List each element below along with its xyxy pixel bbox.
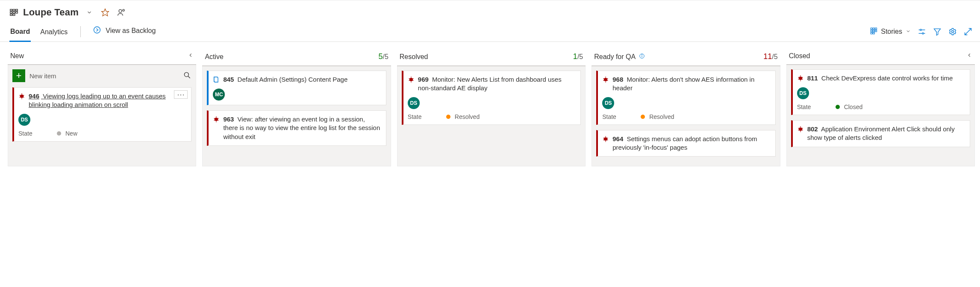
state-label: State (602, 113, 636, 120)
state-row: StateClosed (797, 104, 965, 110)
state-value: New (65, 130, 77, 137)
svg-line-63 (603, 138, 604, 138)
add-item-button[interactable]: + (12, 69, 25, 82)
filter-icon[interactable] (933, 27, 942, 36)
svg-point-28 (185, 72, 189, 77)
work-item-card[interactable]: 969 Monitor: New Alerts List from dashbo… (402, 71, 581, 125)
column-header: Closed (786, 52, 975, 65)
svg-rect-2 (16, 9, 18, 11)
fullscreen-icon[interactable] (964, 27, 972, 36)
svg-line-47 (412, 78, 413, 79)
card-title[interactable]: 969 Monitor: New Alerts List from dashbo… (418, 75, 575, 93)
svg-line-79 (798, 130, 799, 130)
bug-icon (602, 136, 609, 144)
svg-line-70 (798, 77, 799, 77)
bug-icon (797, 75, 804, 83)
svg-rect-12 (871, 28, 872, 30)
work-item-card[interactable]: 802 Application Environment Alert Click … (791, 120, 970, 147)
svg-point-23 (922, 33, 924, 34)
work-item-id: 802 (807, 125, 818, 133)
column-title: Closed (789, 52, 810, 60)
card-title[interactable]: 802 Application Environment Alert Click … (807, 125, 965, 142)
info-icon[interactable] (639, 53, 645, 61)
state-label: State (408, 113, 442, 120)
svg-rect-3 (10, 12, 12, 13)
settings-sliders-icon[interactable] (918, 27, 926, 36)
avatar[interactable]: MC (213, 89, 225, 101)
divider (80, 26, 81, 37)
svg-line-34 (20, 97, 21, 97)
collapse-column-icon[interactable] (966, 52, 972, 60)
svg-line-48 (409, 80, 409, 80)
svg-line-27 (965, 32, 968, 35)
column-title: Ready for QA (594, 53, 636, 61)
state-dot-icon (57, 131, 61, 136)
column-new: New+New item946 Viewing logs leading up … (8, 52, 196, 166)
column-active: Active5/5845 Default Admin (Settings) Co… (202, 52, 391, 166)
collapse-column-icon[interactable] (188, 52, 194, 60)
card-title[interactable]: 811 Check DevExpress date control works … (807, 74, 953, 83)
story-icon (213, 76, 220, 84)
svg-line-66 (607, 139, 608, 140)
card-title[interactable]: 963 View: after viewing an event log in … (223, 115, 380, 141)
card-more-menu[interactable]: ··· (174, 90, 188, 99)
svg-rect-5 (16, 12, 18, 13)
column-body: 969 Monitor: New Alerts List from dashbo… (397, 66, 586, 166)
svg-rect-19 (873, 33, 875, 34)
work-item-card[interactable]: 963 View: after viewing an event log in … (207, 110, 386, 146)
svg-rect-16 (873, 30, 875, 32)
svg-point-21 (920, 29, 921, 30)
card-title[interactable]: 946 Viewing logs leading up to an event … (29, 92, 186, 109)
arrow-circle-icon (93, 26, 101, 36)
state-dot-icon (641, 115, 645, 119)
state-label: State (797, 104, 831, 110)
svg-point-11 (94, 27, 100, 33)
svg-point-37 (215, 118, 218, 121)
column-closed: Closed811 Check DevExpress date control … (786, 52, 975, 166)
svg-point-53 (642, 54, 642, 55)
work-item-card[interactable]: 845 Default Admin (Settings) Content Pag… (207, 71, 386, 105)
card-title[interactable]: 968 Monitor: Alerts don't show AES infor… (612, 75, 770, 93)
avatar[interactable]: DS (18, 114, 30, 126)
avatar[interactable]: DS (408, 97, 420, 109)
svg-line-77 (798, 128, 799, 128)
team-name[interactable]: Loupe Team (23, 7, 79, 18)
work-item-id: 963 (223, 115, 234, 123)
svg-rect-1 (13, 9, 15, 11)
state-value: Resolved (455, 113, 480, 120)
new-item-label[interactable]: New item (29, 72, 56, 80)
svg-rect-0 (10, 9, 12, 11)
state-value: Resolved (649, 113, 674, 120)
svg-line-42 (218, 120, 219, 120)
bug-icon (797, 126, 804, 134)
svg-line-65 (603, 139, 604, 140)
avatar[interactable]: DS (797, 87, 809, 99)
svg-rect-13 (873, 28, 875, 30)
search-icon[interactable] (183, 71, 191, 81)
svg-line-72 (798, 79, 799, 79)
svg-line-32 (20, 95, 21, 95)
state-row: StateResolved (602, 113, 770, 120)
svg-rect-17 (875, 30, 877, 32)
gear-icon[interactable] (948, 27, 957, 36)
backlog-level-selector[interactable]: Stories (870, 27, 911, 36)
team-dropdown-chevron[interactable] (83, 6, 95, 18)
work-item-card[interactable]: 968 Monitor: Alerts don't show AES infor… (596, 71, 775, 125)
column-body: 811 Check DevExpress date control works … (786, 65, 975, 166)
svg-marker-8 (102, 9, 109, 16)
avatar[interactable]: DS (602, 97, 614, 109)
card-title[interactable]: 964 Settings menus can adopt action butt… (612, 135, 770, 152)
svg-line-56 (603, 78, 604, 79)
card-title[interactable]: 845 Default Admin (Settings) Content Pag… (223, 75, 347, 84)
tab-analytics[interactable]: Analytics (39, 25, 68, 41)
work-item-card[interactable]: 811 Check DevExpress date control works … (791, 69, 970, 115)
column-title: Active (205, 53, 224, 61)
work-item-card[interactable]: 946 Viewing logs leading up to an event … (12, 87, 191, 142)
team-members-icon[interactable] (115, 6, 127, 18)
column-resolved: Resolved1/5969 Monitor: New Alerts List … (397, 52, 586, 166)
tab-board[interactable]: Board (9, 24, 31, 42)
svg-line-73 (802, 79, 803, 79)
favorite-star-icon[interactable] (99, 6, 111, 18)
view-as-backlog-link[interactable]: View as Backlog (93, 26, 156, 40)
work-item-card[interactable]: 964 Settings menus can adopt action butt… (596, 130, 775, 157)
